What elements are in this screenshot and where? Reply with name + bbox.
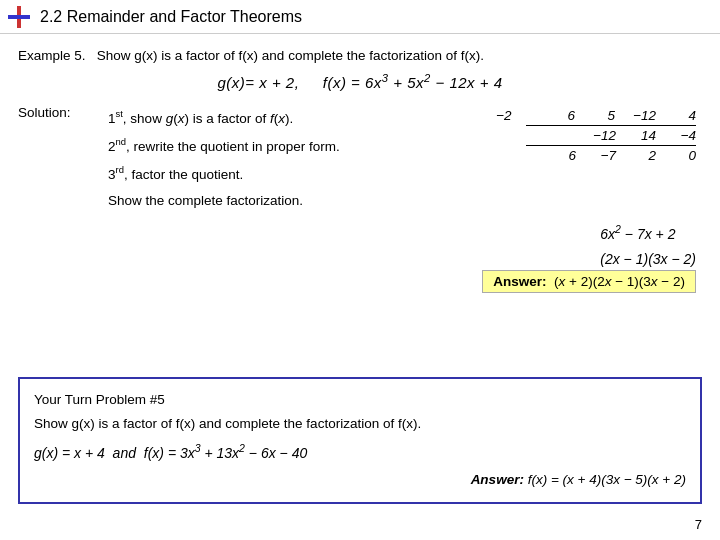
synth-r3-c1: 6	[554, 148, 576, 163]
your-turn-box: Your Turn Problem #5 Show g(x) is a fact…	[18, 377, 702, 504]
synth-wrapper: −2 6 5 −12 4 −12 14 −4 6 −7 2 0	[496, 108, 696, 163]
step-4: Show the complete factorization.	[108, 189, 702, 213]
your-turn-answer: Answer: f(x) = (x + 4)(3x − 5)(x + 2)	[34, 469, 686, 492]
synth-row-1: 6 5 −12 4	[526, 108, 696, 126]
example-label: Example 5. Show g(x) is a factor of f(x)…	[18, 46, 702, 66]
synth-divisor: −2	[496, 108, 511, 123]
example-formulas: g(x)= x + 2, f(x) = 6x3 + 5x2 − 12x + 4	[18, 72, 702, 91]
answer-value: (x + 2)(2x − 1)(3x − 2)	[550, 274, 685, 289]
synth-r2-c3: 14	[634, 128, 656, 143]
synth-r2-c4: −4	[674, 128, 696, 143]
page-header: 2.2 Remainder and Factor Theorems	[0, 0, 720, 34]
quotient-area: 6x2 − 7x + 2 (2x − 1)(3x − 2)	[600, 220, 696, 272]
your-turn-title: Your Turn Problem #5	[34, 389, 686, 412]
quotient-line-1: 6x2 − 7x + 2	[600, 220, 696, 247]
synth-r1-c4: 4	[674, 108, 696, 123]
synth-r3-c2: −7	[594, 148, 616, 163]
section-icon	[8, 6, 30, 28]
synth-row-2: −12 14 −4	[526, 128, 696, 146]
example-number: Example 5.	[18, 48, 86, 63]
solution-label: Solution:	[18, 105, 108, 215]
page-title: 2.2 Remainder and Factor Theorems	[40, 8, 302, 26]
synth-r3-c3: 2	[634, 148, 656, 163]
synthetic-division: −2 6 5 −12 4 −12 14 −4 6 −7 2 0	[496, 108, 696, 163]
page-number: 7	[695, 517, 702, 532]
step-3: 3rd, factor the quotient.	[108, 161, 702, 187]
your-turn-formula: g(x) = x + 4 and f(x) = 3x3 + 13x2 − 6x …	[34, 440, 686, 465]
example-description: Show g(x) is a factor of f(x) and comple…	[97, 48, 484, 63]
synth-r2-c1	[553, 128, 575, 143]
your-turn-description: Show g(x) is a factor of f(x) and comple…	[34, 413, 686, 436]
synth-r3-c4: 0	[674, 148, 696, 163]
answer-label: Answer:	[493, 274, 546, 289]
synth-r1-c1: 6	[553, 108, 575, 123]
quotient-line-2: (2x − 1)(3x − 2)	[600, 247, 696, 272]
synth-r1-c2: 5	[593, 108, 615, 123]
svg-rect-1	[8, 15, 30, 19]
synth-r1-c3: −12	[633, 108, 656, 123]
synth-row-3: 6 −7 2 0	[526, 148, 696, 163]
answer-box: Answer: (x + 2)(2x − 1)(3x − 2)	[482, 270, 696, 293]
synth-r2-c2: −12	[593, 128, 616, 143]
